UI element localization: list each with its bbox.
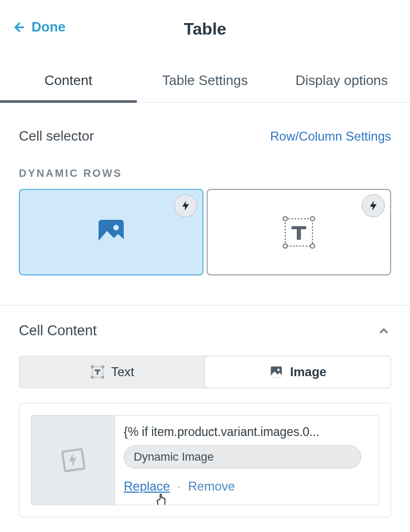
- text-frame-icon: [90, 365, 105, 379]
- image-item: {% if item.product.variant.images.0... D…: [31, 415, 379, 505]
- separator-dot: ·: [177, 479, 181, 494]
- toggle-image[interactable]: Image: [205, 356, 391, 388]
- image-details: {% if item.product.variant.images.0... D…: [122, 416, 379, 505]
- done-button[interactable]: Done: [13, 19, 66, 35]
- image-icon: [94, 216, 128, 249]
- image-icon: [269, 365, 284, 379]
- row-column-settings-link[interactable]: Row/Column Settings: [270, 129, 391, 144]
- toggle-image-label: Image: [290, 365, 326, 379]
- lightning-badge: [174, 194, 197, 217]
- header: Done Table: [0, 0, 410, 58]
- image-actions: Replace · Remove: [124, 479, 371, 494]
- dynamic-image-badge[interactable]: Dynamic Image: [124, 445, 361, 469]
- cell-content-title: Cell Content: [19, 323, 97, 339]
- image-item-container: {% if item.product.variant.images.0... D…: [19, 403, 391, 517]
- cell-content-header[interactable]: Cell Content: [0, 306, 410, 343]
- arrow-left-icon: [13, 20, 26, 34]
- content-type-toggle: Text Image: [19, 356, 391, 388]
- done-label: Done: [31, 19, 66, 35]
- cursor-hand-icon: [155, 492, 170, 505]
- lightning-badge: [362, 194, 385, 217]
- page-title: Table: [184, 19, 226, 39]
- tab-table-settings[interactable]: Table Settings: [137, 58, 274, 102]
- svg-point-5: [283, 244, 287, 248]
- cell-selector-row: Cell selector Row/Column Settings: [19, 128, 391, 144]
- dynamic-card-image[interactable]: [19, 189, 203, 275]
- lightning-icon: [180, 200, 191, 211]
- text-frame-icon: [280, 214, 318, 251]
- svg-point-1: [113, 225, 119, 230]
- cell-selector-label: Cell selector: [19, 128, 94, 144]
- svg-point-13: [277, 369, 280, 371]
- tab-display-options[interactable]: Display options: [273, 58, 410, 102]
- dynamic-card-text[interactable]: [207, 189, 391, 275]
- svg-point-9: [102, 366, 104, 368]
- dynamic-row-cards: [19, 189, 391, 275]
- toggle-text[interactable]: Text: [19, 356, 205, 388]
- svg-point-11: [102, 376, 104, 378]
- lightning-icon: [368, 200, 379, 211]
- chevron-up-icon: [376, 324, 391, 338]
- svg-point-10: [91, 376, 93, 378]
- cell-selector-section: Cell selector Row/Column Settings DYNAMI…: [0, 103, 410, 290]
- image-thumbnail[interactable]: [31, 416, 115, 505]
- svg-point-3: [283, 217, 287, 221]
- placeholder-lightning-image-icon: [59, 445, 88, 475]
- tabs: Content Table Settings Display options: [0, 58, 410, 103]
- tab-content[interactable]: Content: [0, 58, 137, 102]
- dynamic-rows-heading: DYNAMIC ROWS: [19, 167, 391, 179]
- toggle-text-label: Text: [111, 365, 134, 379]
- svg-point-4: [310, 217, 315, 221]
- svg-point-8: [91, 366, 93, 368]
- svg-point-6: [310, 244, 315, 248]
- code-snippet: {% if item.product.variant.images.0...: [124, 425, 371, 439]
- remove-link[interactable]: Remove: [188, 479, 235, 494]
